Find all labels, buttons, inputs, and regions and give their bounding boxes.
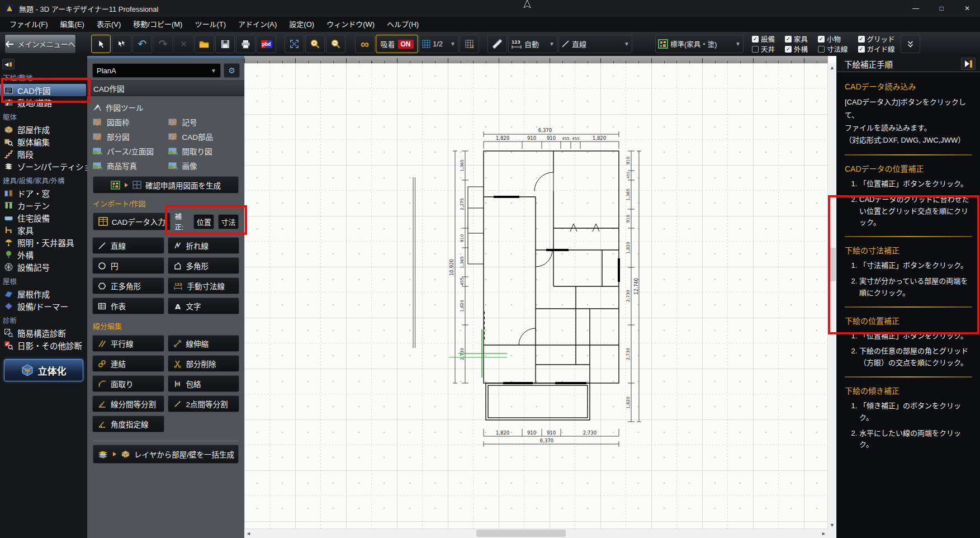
tool-envelope-button[interactable]: 包絡 [168, 375, 240, 392]
scroll-left-arrow[interactable]: ◄ [244, 529, 253, 537]
save-button[interactable] [215, 35, 235, 53]
palette-item-image[interactable]: 画像 [168, 158, 240, 173]
menu-addin[interactable]: アドイン(A) [232, 17, 283, 32]
sidebar-item-shadow-diagnosis[interactable]: 日影・その他診断 [0, 339, 87, 351]
select-tool-button[interactable] [91, 35, 111, 53]
sidebar-item-structure-diagnosis[interactable]: 簡易構造診断 [0, 327, 87, 339]
sidebar-item-structure-edit[interactable]: 躯体編集 [0, 135, 87, 148]
toggle-dimension-lines[interactable]: 寸法線 [818, 45, 848, 54]
generate-approval-drawing-button[interactable]: 確認申請用図面を生成 [93, 176, 239, 194]
menu-file[interactable]: ファイル(F) [3, 17, 54, 32]
sidebar-item-door-window[interactable]: ドア・窓 [0, 187, 87, 199]
sidebar-item-exterior[interactable]: 外構 [0, 248, 87, 261]
snap-toggle-button[interactable]: 吸着 ON [376, 35, 418, 53]
toggle-furniture[interactable]: ✓家具 [785, 35, 808, 44]
toggle-accessories[interactable]: ✓小物 [818, 35, 848, 44]
tool-line-stretch-button[interactable]: 線伸縮 [168, 335, 240, 352]
toggle-guide-lines[interactable]: ✓ガイド線 [858, 45, 895, 54]
tool-chamfer-button[interactable]: 面取り [92, 375, 164, 392]
drawing-canvas[interactable]: 6,370 1,820 910 910 455 455 1,820 1,820 … [244, 56, 836, 538]
sidebar-item-curtain[interactable]: カーテン [0, 199, 87, 211]
tool-divide-segment-button[interactable]: 線分間等分割 [92, 395, 164, 412]
sidebar-item-dormer[interactable]: 設備/ドーマー [0, 300, 87, 312]
redo-button[interactable]: ↷ [153, 35, 173, 53]
panel-expand-button[interactable] [961, 58, 976, 70]
toolbar-expand-button[interactable] [901, 35, 920, 53]
maximize-button[interactable]: □ [929, 0, 954, 17]
zoom-in-button[interactable] [305, 35, 325, 53]
tool-parallel-line-button[interactable]: 平行線 [92, 335, 164, 352]
delete-button[interactable]: ✕ [174, 35, 193, 53]
tool-table-button[interactable]: 作表 [92, 298, 164, 314]
dimension-auto-dropdown[interactable]: 123 自動 ▼ [508, 35, 557, 53]
line-type-dropdown[interactable]: 直線 ▼ [558, 35, 632, 53]
menu-move-copy[interactable]: 移動/コピー(M) [127, 17, 188, 32]
cad-data-input-button[interactable]: CADデータ入力 [93, 213, 171, 230]
draw-tools-label-row[interactable]: 作図ツール [92, 100, 239, 115]
palette-item-partial-drawing[interactable]: 部分図 [92, 129, 164, 144]
sidebar-collapse-button[interactable]: ◀▮ [2, 59, 15, 69]
fit-to-screen-button[interactable] [285, 35, 304, 53]
measure-tool-button[interactable] [487, 35, 507, 53]
dimension-correction-button[interactable]: 寸法 [218, 214, 239, 229]
display-style-dropdown[interactable]: 標準(家具・塗) ▼ [655, 35, 744, 53]
generate-rooms-from-layers-button[interactable]: レイヤから部屋/壁を一括生成 [93, 445, 239, 464]
undo-button[interactable]: ↶ [132, 35, 152, 53]
position-correction-button[interactable]: 位置 [193, 214, 214, 229]
sidebar-item-room-create[interactable]: 部屋作成 [0, 123, 87, 135]
palette-item-cad-parts[interactable]: CAD部品 [168, 129, 240, 144]
minimize-button[interactable]: — [903, 0, 929, 17]
menu-edit[interactable]: 編集(E) [54, 17, 91, 32]
menu-settings[interactable]: 設定(O) [283, 17, 320, 32]
sidebar-item-cad-drawing[interactable]: CAD作図 [0, 84, 86, 96]
toggle-ceiling[interactable]: 天井 [752, 45, 775, 54]
tool-partial-delete-button[interactable]: 部分削除 [168, 355, 240, 372]
menu-tools[interactable]: ツール(T) [188, 17, 232, 32]
sidebar-item-stairs[interactable]: 階段 [0, 148, 87, 160]
plan-settings-button[interactable]: ⚙ [224, 63, 240, 78]
tool-circle-button[interactable]: 円 [92, 257, 164, 274]
tool-join-button[interactable]: 連結 [92, 355, 164, 372]
menu-window[interactable]: ウィンドウ(W) [320, 17, 381, 32]
print-button[interactable] [236, 35, 255, 53]
plan-selector[interactable]: PlanA ▼ [92, 63, 221, 78]
close-button[interactable]: ✕ [954, 0, 980, 17]
tool-manual-dimension-button[interactable]: 123 手動寸法線 [168, 277, 240, 294]
zoom-out-button[interactable] [326, 35, 345, 53]
toggle-grid[interactable]: ✓グリッド [858, 35, 895, 44]
grid-scale-dropdown[interactable]: 1/2 ▼ [419, 35, 458, 53]
multi-select-tool-button[interactable] [112, 35, 131, 53]
palette-item-product-photo[interactable]: 商品写真 [92, 158, 164, 173]
tool-polyline-button[interactable]: 折れ線 [168, 237, 240, 254]
tool-line-button[interactable]: 直線 [92, 237, 164, 254]
horizontal-scroll-thumb[interactable] [476, 530, 566, 537]
menu-help[interactable]: ヘルプ(H) [381, 17, 425, 32]
solidify-3d-button[interactable]: 立体化 [4, 359, 83, 381]
palette-item-drawing-frame[interactable]: 図面枠 [92, 115, 164, 129]
sidebar-item-roof-create[interactable]: 屋根作成 [0, 287, 87, 300]
link-toggle-button[interactable]: ∞ [355, 35, 375, 53]
tool-text-button[interactable]: A 文字 [168, 298, 240, 314]
scroll-right-arrow[interactable]: ► [820, 529, 828, 537]
tool-polygon-button[interactable]: 多角形 [168, 257, 240, 274]
palette-item-perspective-elevation[interactable]: パース/立面図 [92, 144, 164, 158]
palette-item-floor-plan[interactable]: 間取り図 [168, 144, 240, 158]
tool-divide-two-points-button[interactable]: 2点間等分割 [168, 395, 240, 412]
horizontal-scrollbar[interactable]: ◄ ► [244, 528, 828, 538]
sidebar-item-equipment-symbol[interactable]: 設備記号 [0, 261, 87, 273]
grid-settings-button[interactable] [460, 35, 479, 53]
pdf-export-button[interactable]: pbd [257, 35, 276, 53]
scroll-up-arrow[interactable]: ▲ [828, 63, 836, 72]
sidebar-item-site-road[interactable]: 敷地/道路 [0, 96, 87, 108]
tool-regular-polygon-button[interactable]: 正多角形 [92, 277, 164, 294]
sidebar-item-furniture[interactable]: 家具 [0, 224, 87, 236]
sidebar-item-lighting[interactable]: 照明・天井器具 [0, 236, 87, 248]
open-file-button[interactable] [195, 35, 214, 53]
main-menu-button[interactable]: メインメニューへ [4, 34, 76, 54]
sidebar-item-zone-partition[interactable]: ゾーン/パーティション [0, 160, 87, 172]
vertical-scrollbar[interactable]: ▲ ▼ [827, 63, 836, 529]
vertical-scroll-thumb[interactable] [828, 248, 836, 281]
scroll-down-arrow[interactable]: ▼ [828, 521, 836, 529]
palette-item-symbol[interactable]: 記号 [168, 115, 240, 129]
menu-view[interactable]: 表示(V) [91, 17, 127, 32]
